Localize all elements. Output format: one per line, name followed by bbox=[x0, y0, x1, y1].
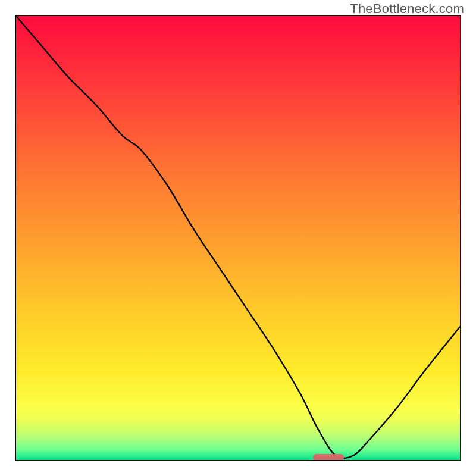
ideal-range-marker bbox=[313, 454, 344, 461]
bottleneck-curve bbox=[16, 16, 460, 460]
plot-area bbox=[15, 15, 461, 461]
chart-frame: TheBottleneck.com bbox=[0, 0, 476, 476]
